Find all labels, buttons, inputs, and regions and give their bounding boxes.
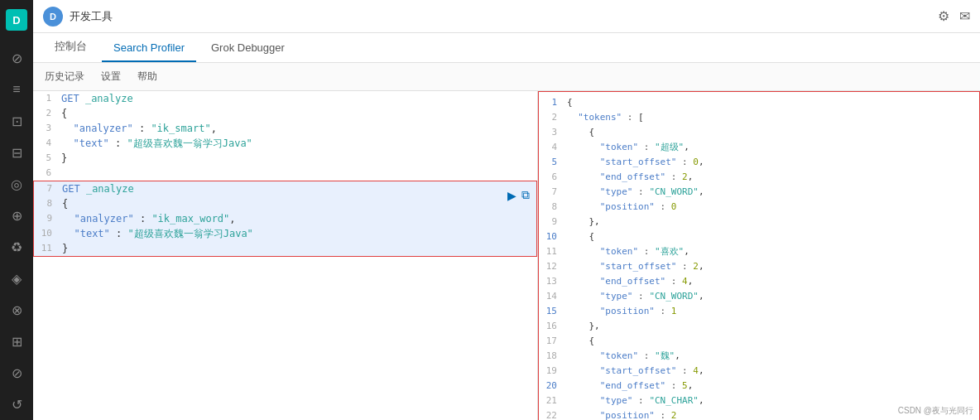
topbar: D 开发工具 ⚙ ✉ (33, 0, 980, 33)
play-button[interactable]: ▶ (507, 189, 516, 202)
output-line-content: "start_offset" : 0, (564, 155, 979, 170)
sidebar-icon-nav10[interactable]: ⊘ (2, 358, 31, 388)
code-block-normal: 1GET _analyze2{3 "analyzer" : "ik_smart"… (33, 91, 537, 181)
sidebar-icon-nav4[interactable]: ◎ (2, 169, 31, 199)
output-line-content: }, (564, 215, 979, 229)
sidebar-icon-nav2[interactable]: ⊡ (2, 106, 31, 136)
sidebar-icon-nav5[interactable]: ⊕ (2, 200, 31, 230)
line-content (58, 166, 537, 181)
tab-bar: 控制台 Search Profiler Grok Debugger (33, 33, 980, 63)
line-content: "analyzer" : "ik_max_word", (59, 211, 536, 226)
sidebar-icon-home[interactable]: ⊘ (2, 43, 31, 73)
right-wrapper: 1{2 "tokens" : [3 {4 "token" : "超级",5 "s… (538, 91, 980, 420)
output-line-number: 6 (539, 170, 564, 185)
code-line: 5} (33, 151, 537, 166)
line-content: } (58, 151, 537, 166)
output-line: 13 "end_offset" : 4, (539, 274, 979, 289)
settings-button[interactable]: 设置 (99, 66, 122, 87)
sidebar-icon-nav6[interactable]: ♻ (2, 232, 31, 262)
code-editor[interactable]: 1GET _analyze2{3 "analyzer" : "ik_smart"… (33, 91, 537, 420)
app-logo[interactable]: D (3, 7, 30, 33)
output-line-content: { (564, 229, 979, 244)
mail-icon[interactable]: ✉ (959, 8, 970, 24)
settings-icon[interactable]: ⚙ (938, 8, 949, 24)
output-line-number: 13 (539, 274, 564, 289)
output-line: 15 "position" : 1 (539, 304, 979, 319)
output-line: 8 "position" : 0 (539, 200, 979, 215)
line-content: "text" : "超级喜欢魏一翁学习Java" (59, 226, 536, 241)
code-line: 9 "analyzer" : "ik_max_word", (34, 211, 536, 226)
play-overlay: ▶⧉ (507, 188, 530, 202)
output-line-content: { (564, 125, 979, 140)
line-content: GET _analyze (58, 91, 537, 106)
code-line: 8{ (34, 196, 536, 211)
output-line-number: 19 (539, 364, 564, 379)
output-line-content: "token" : "喜欢", (564, 244, 979, 259)
output-line: 5 "start_offset" : 0, (539, 155, 979, 170)
line-number: 3 (33, 121, 58, 136)
sidebar-icon-nav11[interactable]: ↺ (2, 389, 31, 419)
output-area[interactable]: 1{2 "tokens" : [3 {4 "token" : "超级",5 "s… (539, 92, 979, 420)
output-line: 7 "type" : "CN_WORD", (539, 185, 979, 200)
sidebar: D ⊘≡⊡⊟◎⊕♻◈⊗⊞⊘↺ (0, 0, 33, 420)
output-line-content: "start_offset" : 4, (564, 364, 979, 379)
output-line-content: "position" : 1 (564, 304, 979, 319)
output-line-content: "end_offset" : 4, (564, 274, 979, 289)
output-line: 14 "type" : "CN_WORD", (539, 289, 979, 304)
output-line-content: "type" : "CN_WORD", (564, 185, 979, 200)
left-editor-panel: 1GET _analyze2{3 "analyzer" : "ik_smart"… (33, 91, 538, 420)
output-line-content: { (564, 95, 979, 110)
sidebar-icon-nav8[interactable]: ⊗ (2, 295, 31, 325)
line-number: 7 (34, 181, 59, 196)
line-number: 2 (33, 106, 58, 121)
output-line-number: 7 (539, 185, 564, 200)
output-line-content: }, (564, 319, 979, 334)
output-line-number: 12 (539, 259, 564, 274)
line-number: 8 (34, 196, 59, 211)
line-number: 10 (34, 226, 59, 241)
code-line: 7GET _analyze (34, 181, 536, 196)
main-content: D 开发工具 ⚙ ✉ 控制台 Search Profiler Grok Debu… (33, 0, 980, 420)
output-line-number: 15 (539, 304, 564, 319)
sidebar-icon-nav9[interactable]: ⊞ (2, 326, 31, 356)
output-line-number: 5 (539, 155, 564, 170)
code-line: 6 (33, 166, 537, 181)
copy-button[interactable]: ⧉ (521, 188, 530, 202)
topbar-right: ⚙ ✉ (938, 8, 970, 24)
code-line: 4 "text" : "超级喜欢魏一翁学习Java" (33, 136, 537, 151)
tab-console[interactable]: 控制台 (43, 32, 98, 62)
output-line-number: 21 (539, 393, 564, 408)
output-line-content: "type" : "CN_WORD", (564, 289, 979, 304)
output-line-number: 2 (539, 110, 564, 125)
line-content: { (58, 106, 537, 121)
code-line: 3 "analyzer" : "ik_smart", (33, 121, 537, 136)
line-number: 11 (34, 241, 59, 256)
output-line-number: 4 (539, 140, 564, 155)
output-line-number: 18 (539, 349, 564, 364)
line-content: "text" : "超级喜欢魏一翁学习Java" (58, 136, 537, 151)
output-line-content: "token" : "超级", (564, 140, 979, 155)
output-line: 4 "token" : "超级", (539, 140, 979, 155)
output-line-number: 14 (539, 289, 564, 304)
line-number: 5 (33, 151, 58, 166)
topbar-title: 开发工具 (70, 9, 113, 24)
output-line: 3 { (539, 125, 979, 140)
output-line: 9 }, (539, 215, 979, 229)
output-line-content: "token" : "魏", (564, 349, 979, 364)
tab-grok-debugger[interactable]: Grok Debugger (199, 35, 296, 62)
tab-search-profiler[interactable]: Search Profiler (102, 35, 196, 62)
output-line: 17 { (539, 334, 979, 349)
line-content: GET _analyze (59, 181, 536, 196)
sidebar-icon-nav3[interactable]: ⊟ (2, 138, 31, 167)
output-line: 6 "end_offset" : 2, (539, 170, 979, 185)
sidebar-icon-nav7[interactable]: ◈ (2, 263, 31, 293)
line-number: 4 (33, 136, 58, 151)
watermark: CSDN @夜与光同行 (898, 405, 973, 417)
toolbar: 历史记录 设置 帮助 (33, 63, 980, 91)
output-line: 12 "start_offset" : 2, (539, 259, 979, 274)
line-number: 9 (34, 211, 59, 226)
sidebar-icon-nav1[interactable]: ≡ (2, 75, 31, 104)
help-button[interactable]: 帮助 (136, 66, 159, 87)
history-button[interactable]: 历史记录 (43, 66, 86, 87)
output-line-number: 11 (539, 244, 564, 259)
